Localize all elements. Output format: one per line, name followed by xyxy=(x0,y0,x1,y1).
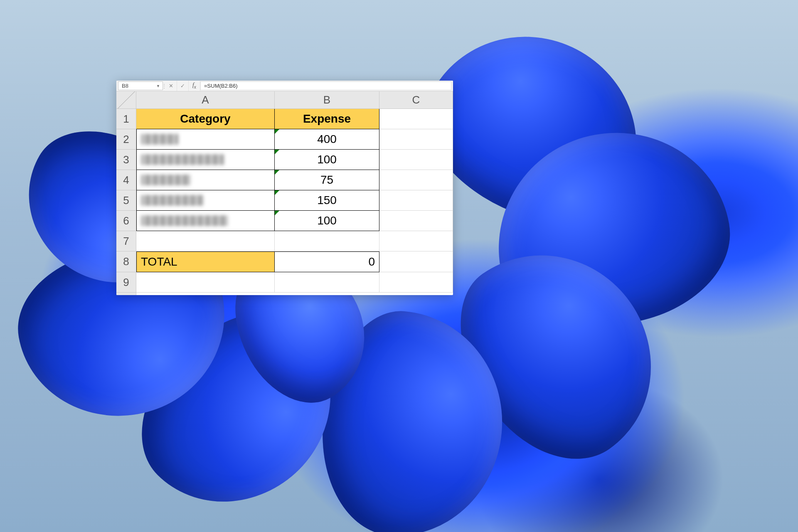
formula-bar: B8 ▼ ⋮ ✕ ✓ fx =SUM(B2:B6) xyxy=(116,81,453,91)
cell-a6[interactable] xyxy=(136,211,275,231)
row-header-1[interactable]: 1 xyxy=(116,109,136,129)
fx-icon: fx xyxy=(192,82,196,90)
cells: Category Expense 400 100 75 xyxy=(136,109,453,295)
row-header-5[interactable]: 5 xyxy=(116,190,136,211)
cell-b5[interactable]: 150 xyxy=(275,190,379,211)
cell-c9[interactable] xyxy=(379,272,453,293)
error-indicator-icon xyxy=(275,170,279,175)
redacted-text xyxy=(141,134,178,145)
cell-b2[interactable]: 400 xyxy=(275,129,379,150)
cell-a3[interactable] xyxy=(136,150,275,170)
accept-formula-button[interactable]: ✓ xyxy=(177,81,189,91)
row-headers: 1 2 3 4 5 6 7 8 9 xyxy=(116,109,136,295)
cell-b4[interactable]: 75 xyxy=(275,170,379,190)
redacted-text xyxy=(141,154,224,165)
check-icon: ✓ xyxy=(180,83,185,89)
column-header-a[interactable]: A xyxy=(136,91,275,108)
cell-c2[interactable] xyxy=(379,129,453,150)
name-box[interactable]: B8 ▼ xyxy=(118,81,163,90)
chevron-down-icon: ▼ xyxy=(156,84,160,88)
cell-a9[interactable] xyxy=(136,272,275,293)
cell-a5[interactable] xyxy=(136,190,275,211)
formula-text: =SUM(B2:B6) xyxy=(204,83,238,89)
row-header-9[interactable]: 9 xyxy=(116,272,136,293)
error-indicator-icon xyxy=(275,190,279,195)
redacted-text xyxy=(141,195,203,206)
select-all-corner[interactable] xyxy=(116,91,136,109)
cell-value: 150 xyxy=(317,194,337,207)
cell-c6[interactable] xyxy=(379,211,453,231)
redacted-text xyxy=(141,215,228,226)
cell-b1[interactable]: Expense xyxy=(275,109,379,129)
cell-c1[interactable] xyxy=(379,109,453,129)
cell-c5[interactable] xyxy=(379,190,453,211)
cell-b9[interactable] xyxy=(275,272,379,293)
cell-b7[interactable] xyxy=(275,231,379,251)
cell-c4[interactable] xyxy=(379,170,453,190)
x-icon: ✕ xyxy=(169,83,173,89)
cell-value: 100 xyxy=(317,214,337,227)
cell-value: 100 xyxy=(317,153,337,166)
row-header-2[interactable]: 2 xyxy=(116,129,136,150)
row-header-8[interactable]: 8 xyxy=(116,251,136,272)
spreadsheet-grid: A B C 1 2 3 4 5 6 7 8 9 Category Expense xyxy=(116,91,453,295)
column-headers: A B C xyxy=(136,91,453,109)
cell-value: 0 xyxy=(368,255,375,268)
cell-value: 75 xyxy=(320,173,333,187)
error-indicator-icon xyxy=(275,211,279,215)
cell-a1[interactable]: Category xyxy=(136,109,275,129)
insert-function-button[interactable]: fx xyxy=(189,81,200,91)
cell-b8[interactable]: 0 xyxy=(275,251,379,272)
cell-a4[interactable] xyxy=(136,170,275,190)
cell-reference: B8 xyxy=(122,83,128,89)
cell-b3[interactable]: 100 xyxy=(275,150,379,170)
error-indicator-icon xyxy=(275,150,279,154)
row-header-4[interactable]: 4 xyxy=(116,170,136,190)
column-header-c[interactable]: C xyxy=(379,91,453,108)
cell-a2[interactable] xyxy=(136,129,275,150)
cell-c7[interactable] xyxy=(379,231,453,251)
error-indicator-icon xyxy=(275,129,279,134)
cell-a8[interactable]: TOTAL xyxy=(136,251,275,272)
cell-c8[interactable] xyxy=(379,251,453,272)
row-header-7[interactable]: 7 xyxy=(116,231,136,251)
cell-value: 400 xyxy=(317,133,337,146)
row-header-6[interactable]: 6 xyxy=(116,211,136,231)
column-header-b[interactable]: B xyxy=(275,91,379,108)
formula-input[interactable]: =SUM(B2:B6) xyxy=(200,81,451,90)
redacted-text xyxy=(141,175,191,185)
cell-c3[interactable] xyxy=(379,150,453,170)
cell-a7[interactable] xyxy=(136,231,275,251)
cancel-formula-button[interactable]: ✕ xyxy=(165,81,177,91)
row-header-3[interactable]: 3 xyxy=(116,150,136,170)
spreadsheet-window: B8 ▼ ⋮ ✕ ✓ fx =SUM(B2:B6) A B C 1 2 3 4 … xyxy=(116,81,453,295)
cell-b6[interactable]: 100 xyxy=(275,211,379,231)
